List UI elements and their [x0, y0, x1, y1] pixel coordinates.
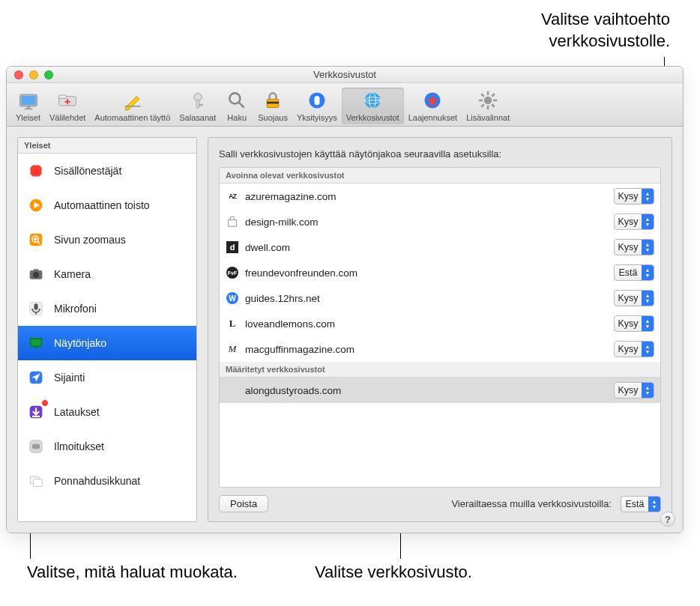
site-permission-select[interactable]: Estä ▲▼ — [614, 264, 654, 281]
site-permission-select[interactable]: Kysy ▲▼ — [614, 382, 654, 399]
site-domain: design-milk.com — [245, 216, 608, 228]
toolbar-websites[interactable]: Verkkosivustot — [342, 88, 404, 124]
site-domain: freundevonfreunden.com — [245, 267, 608, 279]
content-blockers-icon — [25, 160, 46, 181]
toolbar-label: Automaattinen täyttö — [94, 113, 170, 122]
callout-top: Valitse vaihtoehto verkkosivustolle. — [541, 9, 670, 52]
other-sites-label: Vierailtaessa muilla verkkosivustoilla: — [451, 498, 612, 509]
table-blank — [220, 403, 660, 487]
svg-line-33 — [481, 104, 484, 107]
sidebar-item-microphone[interactable]: Mikrofoni — [18, 291, 196, 326]
site-permission-value: Kysy — [615, 293, 642, 303]
site-row[interactable]: FvF freundevonfreunden.com Estä ▲▼ — [220, 260, 660, 285]
site-domain: dwell.com — [245, 242, 608, 253]
chevron-updown-icon: ▲▼ — [648, 497, 660, 512]
svg-rect-56 — [32, 444, 40, 449]
toolbar-privacy[interactable]: Yksityisyys — [292, 88, 342, 124]
toolbar-passwords[interactable]: Salasanat — [175, 88, 220, 124]
preferences-toolbar: YleisetVälilehdetAutomaattinen täyttöSal… — [7, 83, 683, 127]
favicon-icon: d — [226, 240, 239, 254]
site-permission-value: Kysy — [615, 242, 642, 252]
other-sites-select[interactable]: Estä ▲▼ — [621, 496, 661, 512]
sidebar-item-page-zoom[interactable]: Sivun zoomaus — [18, 222, 196, 257]
open-sites-header: Avoinna olevat verkkosivustot — [220, 168, 660, 184]
toolbar-autofill[interactable]: Automaattinen täyttö — [90, 88, 175, 124]
svg-rect-18 — [314, 96, 319, 105]
favicon-icon — [226, 215, 239, 228]
chevron-updown-icon: ▲▼ — [642, 316, 654, 331]
site-permission-value: Kysy — [615, 385, 642, 396]
tabs-icon — [56, 89, 79, 112]
site-permission-select[interactable]: Kysy ▲▼ — [614, 239, 654, 255]
svg-rect-46 — [34, 303, 38, 309]
site-row[interactable]: W guides.12hrs.net Kysy ▲▼ — [220, 285, 660, 311]
autoplay-icon — [25, 195, 46, 216]
site-permission-value: Estä — [615, 267, 642, 278]
site-row[interactable]: alongdustyroads.com Kysy ▲▼ — [220, 378, 660, 403]
security-icon — [262, 89, 284, 112]
favicon-icon: L — [226, 317, 239, 330]
chevron-updown-icon: ▲▼ — [642, 291, 654, 306]
sidebar-item-popups[interactable]: Ponnahdusikkunat — [18, 464, 196, 498]
site-permission-select[interactable]: Kysy ▲▼ — [614, 341, 654, 357]
toolbar-extensions[interactable]: Laajennukset — [404, 88, 462, 124]
camera-icon — [25, 264, 46, 285]
site-row[interactable]: d dwell.com Kysy ▲▼ — [220, 234, 660, 260]
remove-button[interactable]: Poista — [219, 495, 268, 512]
toolbar-security[interactable]: Suojaus — [253, 88, 292, 124]
sidebar-item-downloads[interactable]: Lataukset — [18, 395, 196, 429]
sidebar-item-notifications[interactable]: Ilmoitukset — [18, 429, 196, 464]
chevron-updown-icon: ▲▼ — [642, 189, 654, 204]
toolbar-advanced[interactable]: Lisävalinnat — [462, 88, 514, 124]
site-row[interactable]: M macguffinmagazine.com Kysy ▲▼ — [220, 336, 660, 362]
favicon-icon: M — [226, 342, 239, 356]
configured-sites-header: Määritetyt verkkosivustot — [220, 362, 660, 378]
sidebar-item-content-blockers[interactable]: Sisällönestäjät — [18, 154, 196, 188]
site-row[interactable]: L loveandlemons.com Kysy ▲▼ — [220, 311, 660, 336]
general-icon — [17, 89, 40, 112]
sidebar-item-label: Sivun zoomaus — [54, 234, 126, 246]
svg-rect-49 — [31, 339, 40, 345]
toolbar-search[interactable]: Haku — [220, 88, 253, 124]
favicon-icon: W — [226, 291, 239, 305]
toolbar-label: Laajennukset — [408, 113, 457, 122]
toolbar-label: Salasanat — [179, 113, 216, 122]
site-permission-select[interactable]: Kysy ▲▼ — [614, 188, 654, 204]
sidebar-header: Yleiset — [18, 138, 196, 154]
sidebar-item-label: Ponnahdusikkunat — [54, 475, 140, 487]
svg-point-12 — [230, 93, 241, 103]
help-button[interactable]: ? — [660, 512, 675, 527]
chevron-updown-icon: ▲▼ — [642, 342, 654, 357]
site-row[interactable]: AZ azuremagazine.com Kysy ▲▼ — [220, 184, 660, 209]
toolbar-label: Välilehdet — [49, 113, 85, 122]
sidebar-item-autoplay[interactable]: Automaattinen toisto — [18, 188, 196, 222]
chevron-updown-icon: ▲▼ — [642, 214, 654, 229]
sidebar-item-label: Lataukset — [54, 406, 100, 418]
sidebar-item-label: Automaattinen toisto — [54, 199, 150, 211]
svg-rect-11 — [199, 104, 202, 106]
location-icon — [25, 367, 46, 388]
site-permission-value: Kysy — [615, 344, 642, 354]
sidebar-item-screen-share[interactable]: Näytönjako — [18, 326, 196, 360]
chevron-updown-icon: ▲▼ — [642, 383, 654, 398]
other-sites-value: Estä — [621, 499, 648, 509]
site-row[interactable]: design-milk.com Kysy ▲▼ — [220, 209, 660, 234]
toolbar-general[interactable]: Yleiset — [11, 88, 45, 124]
toolbar-tabs[interactable]: Välilehdet — [45, 88, 90, 124]
sidebar-item-label: Kamera — [54, 268, 91, 280]
svg-line-30 — [481, 94, 484, 97]
window-title: Verkkosivustot — [7, 69, 683, 80]
favicon-icon: FvF — [226, 266, 239, 279]
sidebar-item-label: Sisällönestäjät — [54, 165, 121, 177]
extensions-icon — [421, 89, 444, 112]
site-permission-select[interactable]: Kysy ▲▼ — [614, 290, 654, 306]
toolbar-label: Lisävalinnat — [466, 113, 510, 122]
site-permission-value: Kysy — [615, 216, 642, 227]
site-permission-select[interactable]: Kysy ▲▼ — [614, 315, 654, 332]
svg-rect-50 — [34, 347, 38, 348]
favicon-icon — [226, 384, 239, 397]
site-permission-select[interactable]: Kysy ▲▼ — [614, 213, 654, 230]
sidebar-item-camera[interactable]: Kamera — [18, 257, 196, 291]
sidebar-item-location[interactable]: Sijainti — [18, 360, 196, 395]
passwords-icon — [187, 89, 209, 112]
